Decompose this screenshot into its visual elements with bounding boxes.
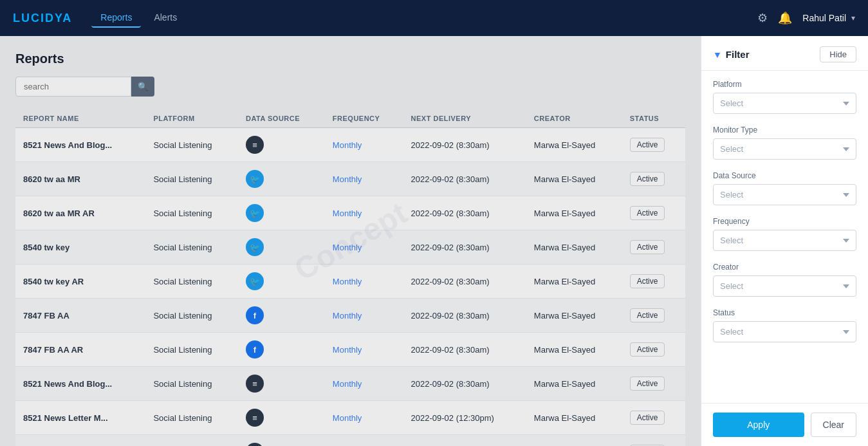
report-status[interactable]: Active (622, 265, 685, 299)
report-platform: Social Listening (145, 299, 238, 333)
report-status[interactable]: Active (622, 333, 685, 367)
report-frequency[interactable]: Monthly (325, 196, 403, 230)
table-row: 7847 FB AASocial ListeningfMonthly2022-0… (15, 299, 685, 333)
search-input[interactable] (15, 77, 131, 97)
datasource-icon: f (246, 340, 264, 358)
status-badge[interactable]: Active (630, 376, 665, 391)
table-row: 8620 tw aa MRSocial Listening🐦Monthly202… (15, 162, 685, 196)
filter-title-text: Filter (726, 49, 750, 60)
clear-button[interactable]: Clear (811, 413, 856, 437)
frequency-select[interactable]: Select (713, 230, 856, 251)
report-name: 8540 tw key AR (15, 265, 145, 299)
table-row: 8620 tw aa MR ARSocial Listening🐦Monthly… (15, 196, 685, 230)
status-badge[interactable]: Active (630, 308, 665, 322)
filter-icon: ▼ (713, 50, 722, 60)
status-badge[interactable]: Active (630, 274, 665, 288)
monitor-type-label: Monitor Type (713, 125, 856, 135)
report-name: 8521 News And Blog... (15, 367, 145, 401)
status-badge[interactable]: Active (630, 411, 665, 425)
report-datasource: ≡ (238, 401, 325, 435)
search-bar: 🔍 (15, 77, 685, 97)
filter-group-status: Status Select (713, 308, 856, 342)
report-frequency[interactable]: Monthly (325, 333, 403, 367)
report-status[interactable]: Active (622, 162, 685, 196)
report-status[interactable]: Active (622, 367, 685, 401)
report-status[interactable]: Active (622, 299, 685, 333)
creator-select[interactable]: Select (713, 275, 856, 297)
filter-footer: Apply Clear (701, 403, 868, 446)
report-next-delivery: 2022-09-02 (8:30am) (403, 299, 526, 333)
report-datasource: ≡ (238, 435, 325, 447)
search-button[interactable]: 🔍 (131, 77, 154, 97)
report-datasource: ≡ (238, 367, 325, 401)
data-source-select[interactable]: Select (713, 184, 856, 205)
reports-table: REPORT NAMEPLATFORMDATA SOURCEFREQUENCYN… (15, 109, 685, 446)
report-status[interactable]: Active (622, 230, 685, 265)
report-name: 8521 News Letter M... (15, 401, 145, 435)
table-row: 8540 tw key ARSocial Listening🐦Monthly20… (15, 265, 685, 299)
frequency-link[interactable]: Monthly (333, 379, 362, 389)
frequency-link[interactable]: Monthly (333, 345, 362, 355)
report-frequency[interactable]: Monthly (325, 367, 403, 401)
report-platform: Social Listening (145, 230, 238, 265)
report-name: 7847 FB AA AR (15, 333, 145, 367)
page-title: Reports (15, 51, 685, 66)
user-menu[interactable]: Rahul Patil ▾ (802, 13, 855, 23)
report-next-delivery: 2022-09-02 (8:30am) (403, 162, 526, 196)
report-frequency[interactable]: Monthly (325, 265, 403, 299)
table-col-header: FREQUENCY (325, 109, 403, 128)
hide-button[interactable]: Hide (820, 46, 856, 62)
filter-group-frequency: Frequency Select (713, 217, 856, 251)
status-badge[interactable]: Active (630, 342, 665, 357)
report-frequency[interactable]: Monthly (325, 128, 403, 162)
report-datasource: 🐦 (238, 230, 325, 265)
main-content: Concept Reports 🔍 REPORT NAMEPLATFORMDAT… (0, 36, 868, 446)
apply-button[interactable]: Apply (713, 413, 804, 437)
nav-right: ⚙ 🔔 Rahul Patil ▾ (757, 11, 855, 25)
frequency-link[interactable]: Monthly (333, 311, 362, 321)
report-creator: Marwa El-Sayed (526, 299, 622, 333)
filter-panel: ▼ Filter Hide Platform Select Monitor Ty… (701, 36, 868, 446)
filter-header: ▼ Filter Hide (701, 36, 868, 71)
nav-link-alerts[interactable]: Alerts (145, 8, 186, 28)
report-status[interactable]: Active (622, 435, 685, 447)
top-nav: LUCIDYA Reports Alerts ⚙ 🔔 Rahul Patil ▾ (0, 0, 868, 36)
status-badge[interactable]: Active (630, 138, 665, 152)
table-row: 8521 News Letter M...Social Listening≡Mo… (15, 401, 685, 435)
report-frequency[interactable]: Monthly (325, 401, 403, 435)
report-datasource: f (238, 299, 325, 333)
frequency-link[interactable]: Monthly (333, 140, 362, 150)
report-status[interactable]: Active (622, 196, 685, 230)
report-frequency[interactable]: Monthly (325, 299, 403, 333)
monitor-type-select[interactable]: Select (713, 138, 856, 160)
frequency-link[interactable]: Monthly (333, 413, 362, 423)
report-frequency[interactable]: Monthly (325, 162, 403, 196)
report-status[interactable]: Active (622, 401, 685, 435)
status-label: Status (713, 308, 856, 317)
status-badge[interactable]: Active (630, 240, 665, 254)
report-next-delivery: 2022-09-02 (12:30pm) (403, 435, 526, 447)
filter-group-monitor-type: Monitor Type Select (713, 125, 856, 160)
status-badge[interactable]: Active (630, 172, 665, 186)
report-creator: Marwa El-Sayed (526, 367, 622, 401)
report-datasource: ≡ (238, 128, 325, 162)
bell-icon[interactable]: 🔔 (778, 11, 792, 25)
frequency-link[interactable]: Monthly (333, 243, 362, 252)
status-select[interactable]: Select (713, 321, 856, 342)
report-platform: Social Listening (145, 196, 238, 230)
nav-link-reports[interactable]: Reports (91, 8, 141, 28)
datasource-icon: 🐦 (246, 272, 264, 290)
table-body: 8521 News And Blog...Social Listening≡Mo… (15, 128, 685, 447)
report-status[interactable]: Active (622, 128, 685, 162)
status-badge[interactable]: Active (630, 206, 665, 220)
report-frequency[interactable]: Monthly (325, 435, 403, 447)
frequency-link[interactable]: Monthly (333, 277, 362, 286)
platform-select[interactable]: Select (713, 93, 856, 114)
report-name: 8540 tw key (15, 230, 145, 265)
frequency-link[interactable]: Monthly (333, 209, 362, 218)
table-row: 8521 News And Blog...Social Listening≡Mo… (15, 128, 685, 162)
report-frequency[interactable]: Monthly (325, 230, 403, 265)
gear-icon[interactable]: ⚙ (757, 11, 768, 25)
frequency-link[interactable]: Monthly (333, 174, 362, 184)
report-datasource: 🐦 (238, 265, 325, 299)
